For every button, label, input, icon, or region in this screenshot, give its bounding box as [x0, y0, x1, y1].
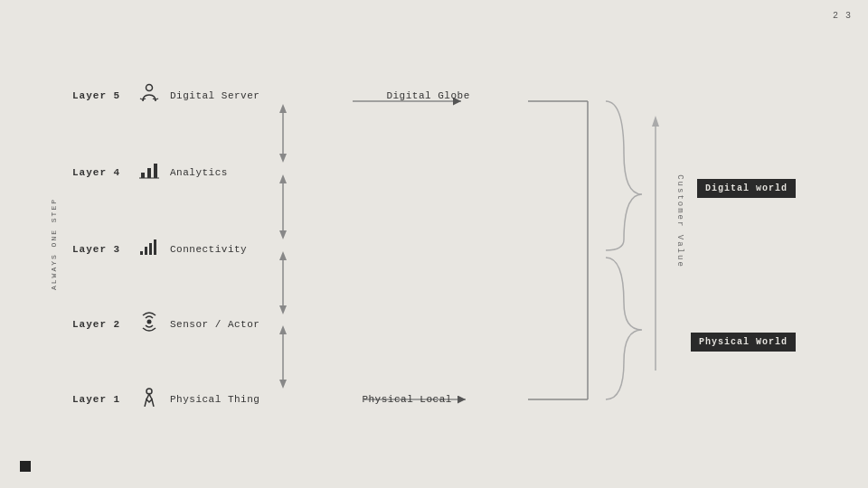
- page-number: 2 3: [833, 11, 852, 21]
- svg-rect-29: [145, 247, 147, 255]
- layer5-icon: [136, 83, 163, 108]
- main-diagram: Layer 5 Digital Server Digital Globe Lay…: [72, 63, 796, 434]
- layer2-icon: [136, 312, 163, 336]
- layer2-left-node: Sensor / Actor: [170, 319, 259, 330]
- digital-world-label: Digital world: [697, 179, 796, 198]
- physical-world-label: Physical World: [691, 333, 796, 352]
- svg-rect-31: [154, 239, 156, 255]
- side-label: ALWAYS ONE STEP: [50, 198, 58, 290]
- layer2-label: Layer 2: [72, 319, 136, 330]
- layer1-label: Layer 1: [72, 394, 136, 405]
- corner-square: [20, 461, 31, 472]
- svg-rect-26: [154, 164, 157, 178]
- layer1-right-node: Physical Local: [362, 394, 451, 405]
- layer3-label: Layer 3: [72, 244, 136, 255]
- layer5-label: Layer 5: [72, 90, 136, 101]
- customer-value-label: Customer Value: [675, 174, 684, 268]
- layer-4-row: Layer 4 Analytics: [72, 160, 796, 184]
- layer5-left-node: Digital Server: [170, 90, 259, 101]
- layer5-right-node: Digital Globe: [386, 90, 469, 101]
- svg-marker-22: [652, 116, 659, 127]
- layer4-label: Layer 4: [72, 167, 136, 178]
- layer4-left-node: Analytics: [170, 167, 228, 178]
- layer-2-row: Layer 2 Sensor / Actor: [72, 312, 796, 336]
- svg-rect-30: [149, 243, 152, 255]
- layer1-icon: [136, 387, 163, 411]
- layer4-icon: [136, 160, 163, 184]
- layer1-left-node: Physical Thing: [170, 394, 259, 405]
- svg-point-23: [146, 85, 153, 91]
- svg-point-32: [147, 320, 152, 324]
- layer3-icon: [136, 237, 163, 261]
- svg-rect-28: [140, 251, 143, 255]
- svg-rect-25: [147, 168, 151, 178]
- layer-5-row: Layer 5 Digital Server Digital Globe: [72, 83, 796, 108]
- layer-1-row: Layer 1 Physical Thing Physical Local: [72, 387, 796, 411]
- layer3-left-node: Connectivity: [170, 244, 247, 255]
- layer-3-row: Layer 3 Connectivity: [72, 237, 796, 261]
- svg-rect-24: [141, 173, 145, 178]
